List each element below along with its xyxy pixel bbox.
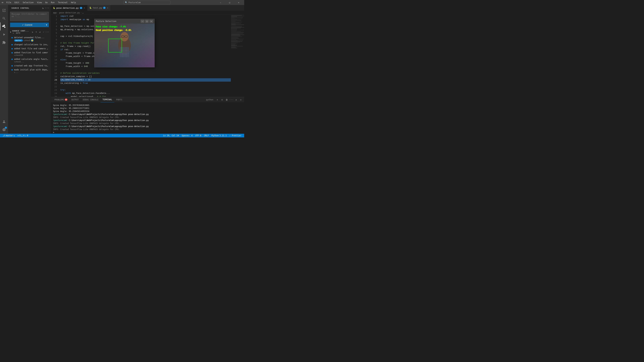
status-ln-col[interactable]: Ln 20, Col 24: [162, 134, 180, 137]
code-line: CALIBRATION_FRAMES = 30: [60, 78, 231, 82]
sc-section-header[interactable]: ▼ SOURCE CONT... ⎁ Auto ↻ + ↺ ✓ ···: [8, 29, 51, 35]
posture-maximize-button[interactable]: □: [145, 20, 149, 23]
app-icon-area: ⌨: [2, 1, 3, 4]
menu-edit[interactable]: Edit: [13, 1, 21, 4]
encoding-text: UTF-8: [195, 134, 201, 137]
commit-avatar: 😊: [31, 39, 34, 42]
terminal-trash-button[interactable]: 🗑: [225, 98, 229, 102]
activity-explorer[interactable]: [0, 6, 8, 14]
status-errors[interactable]: ⊘ 0 △ 4 ⚠ 0: [16, 134, 30, 137]
sc-discard-icon[interactable]: ↺: [38, 30, 42, 33]
menu-view[interactable]: View: [36, 1, 43, 4]
commit-button[interactable]: ✓ Commit: [10, 23, 44, 27]
terminal-more-button[interactable]: ···: [230, 98, 234, 102]
commit-item[interactable]: changed calculations to involve height..…: [8, 42, 51, 46]
tab-bar: 🐍 pose-detection.py 2 ✕ 🐍 test.py 2 ✕: [51, 5, 244, 11]
sc-stage-icon[interactable]: ✓: [42, 30, 45, 33]
terminal-line: (posturecam) C:\Users\mycol\WebProjects\…: [53, 125, 242, 128]
activity-source-control[interactable]: [0, 22, 8, 30]
problems-label: PROBLEMS: [54, 98, 64, 101]
status-prettier[interactable]: ✓ Prettier: [228, 134, 243, 137]
menu-run[interactable]: Run: [50, 1, 56, 4]
breadcrumb-app[interactable]: app: [53, 11, 57, 14]
commit-item[interactable]: added function to find camerczhou518: [8, 51, 51, 57]
maximize-button[interactable]: □: [226, 0, 234, 5]
commit-item[interactable]: added test file and camera frame to di..…: [8, 46, 51, 51]
commit-info: changed calculations to involve height..…: [14, 43, 49, 46]
code-line: # Define calibration variables: [60, 71, 231, 75]
commit-info: added calculate angle functionczhouS...: [14, 58, 49, 63]
code-line: import cv2: [60, 14, 231, 18]
sc-more-icon[interactable]: ···: [46, 30, 49, 33]
search-icon: 🔍: [125, 1, 128, 4]
refresh-icon[interactable]: ↻: [42, 6, 45, 10]
terminal-close-button[interactable]: ✕: [239, 98, 243, 102]
titlebar-center: 🔍 PostureCam: [77, 1, 217, 4]
tab-pose-detection[interactable]: 🐍 pose-detection.py 2 ✕: [51, 5, 88, 11]
commit-message-input[interactable]: [10, 12, 49, 21]
commit-branch-badge: master: [14, 39, 23, 41]
menu-go[interactable]: Go: [44, 1, 49, 4]
terminal-split-button[interactable]: ⊟: [220, 98, 224, 102]
tab-test[interactable]: 🐍 test.py 2 ✕: [88, 5, 111, 11]
commit-item[interactable]: deleted unneeded files...masterczhou5😊: [8, 35, 51, 42]
commit-dot: [12, 59, 13, 60]
sc-collapse-icon: ▼: [10, 31, 11, 33]
tab-ports[interactable]: PORTS: [114, 97, 124, 102]
status-encoding[interactable]: UTF-8: [194, 134, 202, 137]
status-spaces[interactable]: Spaces: 4: [180, 134, 194, 137]
commit-item[interactable]: created web app frontend to display c...: [8, 64, 51, 68]
menu-bar[interactable]: File Edit Selection View Go Run Terminal…: [5, 1, 77, 4]
vscode-icon: ⌨: [2, 1, 3, 4]
branch-icon: ⎇: [3, 134, 5, 137]
status-lang[interactable]: Python 3.11.1: [210, 134, 228, 137]
global-search[interactable]: 🔍 PostureCam: [124, 1, 170, 4]
posture-minimize-button[interactable]: —: [141, 20, 144, 23]
menu-help[interactable]: Help: [70, 1, 77, 4]
warning-count: 4: [23, 134, 24, 137]
menu-terminal[interactable]: Terminal: [57, 1, 69, 4]
commit-dropdown-button[interactable]: ▾: [44, 23, 49, 27]
sc-sync-icon[interactable]: ↻: [31, 30, 34, 33]
close-button[interactable]: ✕: [235, 0, 242, 5]
main-container: 1 SOURCE CONTROL ↻ ··· ✓ Commit ▾: [0, 5, 244, 134]
tab-close-pose-detection[interactable]: ✕: [83, 6, 85, 9]
menu-selection[interactable]: Selection: [21, 1, 35, 4]
code-line: [60, 85, 231, 88]
activity-run-debug[interactable]: [0, 30, 8, 38]
commit-message: added test file and camera frame to di..…: [14, 47, 49, 50]
tab-problems[interactable]: PROBLEMS 4: [52, 97, 70, 102]
tab-terminal[interactable]: TERMINAL: [100, 97, 114, 102]
status-eol[interactable]: CRLF: [202, 134, 210, 137]
face-size-text: Face size change: -7.0%: [96, 25, 131, 28]
tab-close-test[interactable]: ✕: [107, 6, 108, 9]
terminal-chevron-up[interactable]: ∧: [234, 98, 238, 102]
tab-debug-console[interactable]: DEBUG CONSOLE: [81, 97, 100, 102]
sc-add-icon[interactable]: +: [35, 30, 38, 33]
menu-file[interactable]: File: [5, 1, 12, 4]
code-editor[interactable]: 1234567891011121314151617181920212223242…: [51, 14, 231, 97]
commit-author: c...: [14, 71, 18, 73]
commit-message: created web app frontend to display c...: [14, 64, 49, 67]
commit-item[interactable]: added calculate angle functionczhouS...: [8, 57, 51, 64]
commit-author: czhouS...: [14, 61, 24, 63]
terminal-add-button[interactable]: +: [215, 98, 219, 102]
commit-message: added calculate angle function: [14, 58, 49, 60]
minimize-button[interactable]: —: [217, 0, 224, 5]
activity-search[interactable]: [0, 14, 8, 22]
commit-dot: [12, 69, 13, 70]
commit-item[interactable]: made initial plan with dependenciesc...: [8, 68, 51, 74]
activity-extensions[interactable]: [0, 38, 8, 46]
activity-accounts[interactable]: [0, 118, 8, 126]
tab-output[interactable]: OUTPUT: [70, 97, 81, 102]
posture-close-button[interactable]: ✕: [150, 20, 153, 23]
more-options-icon[interactable]: ···: [46, 6, 49, 10]
code-line: calibration_samples = []: [60, 75, 231, 78]
code-line: [60, 68, 231, 71]
breadcrumb-file[interactable]: pose-detection.py: [59, 11, 80, 14]
status-right: Ln 20, Col 24 Spaces: 4 UTF-8 CRLF Pytho…: [162, 134, 243, 137]
breadcrumb-symbol[interactable]: …: [82, 11, 84, 14]
prettier-text: ✓ Prettier: [230, 134, 242, 137]
activity-settings[interactable]: 1: [0, 126, 8, 134]
status-branch[interactable]: ⎇ master ↻: [1, 134, 16, 137]
